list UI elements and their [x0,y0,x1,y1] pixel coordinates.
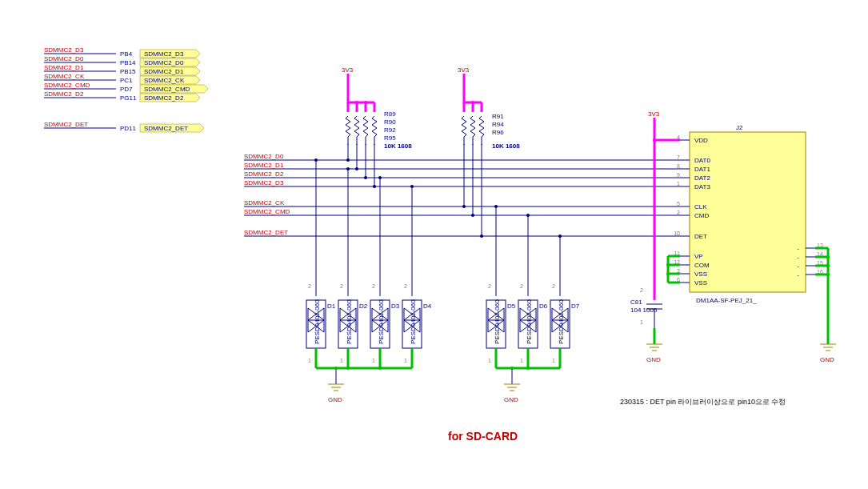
svg-text:2: 2 [552,283,555,289]
svg-text:GND: GND [504,396,518,403]
connector-j2: J2 DM1AA-SF-PEJ_21_ 4 VDD 7 DAT0 8 DAT1 … [674,124,823,304]
svg-text:SDMMC2_D2: SDMMC2_D2 [244,170,284,178]
svg-text:5: 5 [677,201,680,206]
svg-text:3V3: 3V3 [342,66,354,74]
svg-text:SDMMC2_DET: SDMMC2_DET [244,229,288,236]
resistor-group-2: R91 R94 R96 10K 1608 [462,113,520,150]
svg-text:VSS: VSS [694,271,707,278]
svg-text:PESD0402-060: PESD0402-060 [410,299,417,344]
svg-point-244 [826,273,830,276]
svg-point-148 [334,367,338,370]
gnd-cap: GND [646,328,662,363]
svg-text:3V3: 3V3 [458,66,470,74]
svg-text:-: - [797,271,799,279]
svg-point-91 [410,185,414,188]
svg-text:SDMMC2_D1: SDMMC2_D1 [244,162,284,169]
svg-text:SDMMC2_D3: SDMMC2_D3 [144,50,184,58]
svg-point-97 [558,234,562,238]
svg-text:PD11: PD11 [120,125,137,132]
svg-point-243 [826,264,830,267]
tvs-diode: 2 D2 PESD0402-060 1 [338,283,368,363]
svg-text:DET: DET [694,233,707,240]
svg-text:DAT3: DAT3 [694,183,710,190]
svg-text:GND: GND [328,396,342,403]
svg-text:SDMMC2_D1: SDMMC2_D1 [44,64,84,71]
svg-text:SDMMC2_D3: SDMMC2_D3 [244,179,284,186]
svg-text:D5: D5 [507,303,516,310]
svg-text:SDMMC2_D3: SDMMC2_D3 [44,46,84,54]
svg-point-87 [346,167,350,170]
svg-text:2: 2 [640,287,643,293]
signal-wires: SDMMC2_D0 SDMMC2_D1 SDMMC2_D2 SDMMC2_D3 … [244,153,680,236]
svg-text:PESD0402-060: PESD0402-060 [314,299,321,344]
svg-text:PESD0402-060: PESD0402-060 [526,299,533,344]
svg-text:PC1: PC1 [120,77,133,84]
sheet-title: for SD-CARD [448,430,518,443]
svg-text:COM: COM [694,262,710,269]
svg-text:7: 7 [677,154,680,160]
svg-text:D3: D3 [391,303,400,310]
port-group-left: SDMMC2_D3 PB4 SDMMC2_D3 SDMMC2_D0 PB14 S… [44,46,208,102]
svg-text:VDD: VDD [694,137,708,144]
svg-text:R95: R95 [384,134,396,142]
svg-text:SDMMC2_D0: SDMMC2_D0 [44,55,84,62]
capacitor-c81: 2 1 C81 104 1005 [630,287,662,328]
svg-text:2: 2 [372,283,375,289]
svg-text:VP: VP [694,253,703,260]
tvs-diode: 2 D3 PESD0402-060 1 [370,283,400,363]
svg-text:CMD: CMD [694,212,709,219]
svg-text:SDMMC2_CK: SDMMC2_CK [144,77,185,84]
tvs-diode: 2 D4 PESD0402-060 1 [402,283,432,363]
svg-text:PESD0402-060: PESD0402-060 [494,299,501,344]
port-row-det: SDMMC2_DET PD11 SDMMC2_DET [44,121,204,132]
tvs-group-2: 2 D5 PESD0402-060 1 2 D6 PESD0402-060 1 … [486,283,580,363]
svg-text:PB14: PB14 [120,59,136,66]
svg-text:GND: GND [820,356,834,363]
svg-text:8: 8 [677,163,680,169]
svg-text:DAT1: DAT1 [694,166,710,173]
svg-text:R91: R91 [492,113,504,120]
svg-text:D6: D6 [539,303,548,310]
svg-point-81 [471,214,474,217]
svg-text:10K 1608: 10K 1608 [492,142,520,150]
svg-text:1: 1 [677,181,680,186]
svg-text:2: 2 [404,283,407,289]
svg-text:SDMMC2_CMD: SDMMC2_CMD [44,82,90,89]
svg-text:3V3: 3V3 [648,110,660,118]
svg-text:PESD0402-060: PESD0402-060 [346,299,353,344]
svg-text:SDMMC2_DET: SDMMC2_DET [144,125,188,132]
svg-text:R94: R94 [492,121,504,128]
svg-text:1: 1 [488,358,491,363]
tvs-diode: 2 D5 PESD0402-060 1 [486,283,516,363]
svg-text:2: 2 [677,210,680,215]
svg-text:SDMMC2_CK: SDMMC2_CK [44,73,85,80]
gnd-conn-right: GND [815,248,836,363]
svg-text:PESD0402-060: PESD0402-060 [378,299,385,344]
svg-text:D2: D2 [359,303,368,310]
resistor-group-1: R89 R90 R92 R95 10K 1608 [346,110,412,150]
svg-text:D4: D4 [423,303,432,310]
svg-point-40 [355,101,358,104]
svg-text:2: 2 [488,283,491,289]
svg-text:9: 9 [677,172,680,178]
svg-text:R89: R89 [384,110,396,118]
svg-text:C81: C81 [630,299,642,306]
svg-text:PB15: PB15 [120,68,136,75]
svg-text:1: 1 [640,319,643,325]
svg-text:SDMMC2_D2: SDMMC2_D2 [144,94,184,102]
svg-text:DAT2: DAT2 [694,174,710,182]
svg-text:1: 1 [552,358,555,363]
tvs-diode: 2 D6 PESD0402-060 1 [518,283,548,363]
svg-text:SDMMC2_D2: SDMMC2_D2 [44,90,84,98]
svg-text:SDMMC2_D1: SDMMC2_D1 [144,68,184,75]
svg-text:104 1005: 104 1005 [630,307,658,314]
svg-point-73 [355,167,358,170]
svg-text:D7: D7 [571,303,580,310]
svg-point-85 [314,158,318,162]
svg-text:2: 2 [340,283,343,289]
svg-text:SDMMC2_CK: SDMMC2_CK [244,199,285,206]
svg-text:1: 1 [520,358,523,363]
svg-text:10: 10 [674,230,680,236]
svg-point-75 [364,176,367,179]
svg-text:PESD0402-060: PESD0402-060 [558,299,565,344]
